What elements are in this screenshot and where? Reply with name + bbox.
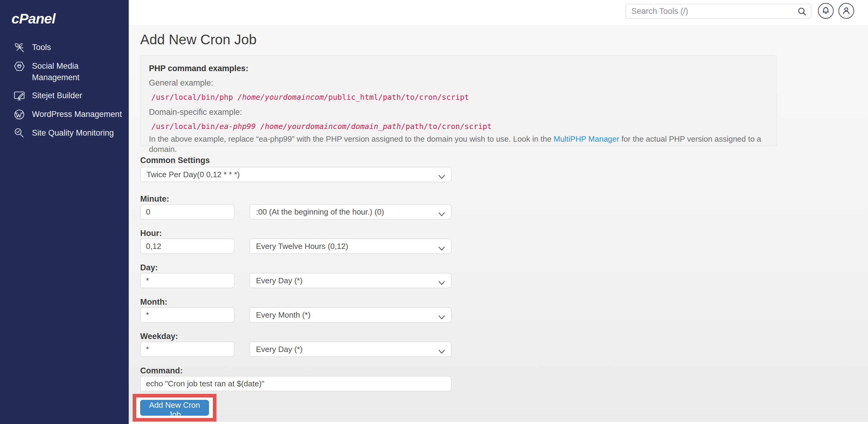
sidebar-item-site-quality-monitoring[interactable]: Site Quality Monitoring: [0, 127, 129, 139]
hour-select[interactable]: Every Twelve Hours (0,12): [250, 239, 451, 254]
day-selected-value: Every Day (*): [256, 276, 303, 285]
wordpress-icon: [13, 108, 25, 121]
sidebar-item-wordpress-management[interactable]: WordPress Management: [0, 108, 129, 121]
weekday-selected-value: Every Day (*): [256, 345, 303, 354]
weekday-select[interactable]: Every Day (*): [250, 342, 451, 357]
sidebar-item-label: Site Quality Monitoring: [32, 127, 114, 139]
examples-heading: PHP command examples:: [149, 63, 768, 73]
multiphp-manager-link[interactable]: MultiPHP Manager: [554, 134, 619, 143]
hour-input[interactable]: [140, 239, 234, 254]
command-input[interactable]: [140, 376, 451, 391]
command-label: Command:: [140, 366, 183, 376]
search-input[interactable]: [626, 4, 811, 19]
top-bar: [129, 0, 868, 26]
weekday-input[interactable]: [140, 342, 234, 357]
day-select[interactable]: Every Day (*): [250, 273, 451, 288]
social-media-icon: [13, 60, 25, 72]
day-input[interactable]: [140, 273, 234, 288]
chevron-down-icon: [438, 278, 445, 283]
general-example-code: /usr/local/bin/php /home/yourdomaincom/p…: [149, 92, 471, 103]
tools-icon: [13, 41, 25, 54]
bell-icon: [822, 6, 830, 16]
minute-input[interactable]: [140, 204, 234, 219]
sidebar-item-social-media-management[interactable]: Social Media Management: [0, 60, 129, 83]
minute-label: Minute:: [140, 194, 169, 204]
php-examples-panel: PHP command examples: General example: /…: [140, 55, 777, 146]
month-selected-value: Every Month (*): [256, 311, 311, 320]
sidebar-item-sitejet-builder[interactable]: Sitejet Builder: [0, 90, 129, 102]
page-title: Add New Cron Job: [140, 31, 256, 47]
sidebar-item-label: WordPress Management: [32, 108, 122, 120]
main-content: Add New Cron Job PHP command examples: G…: [129, 26, 868, 422]
user-account-button[interactable]: [838, 3, 854, 19]
user-icon: [842, 6, 850, 16]
month-label: Month:: [140, 297, 167, 307]
sidebar-item-label: Tools: [32, 41, 51, 53]
sidebar-item-label: Social Media Management: [32, 60, 128, 83]
sidebar-item-label: Sitejet Builder: [32, 90, 82, 101]
site-quality-icon: [13, 127, 25, 139]
sidebar-nav: Tools Social Media Management Sitejet Bu…: [0, 41, 129, 139]
notifications-button[interactable]: [818, 3, 834, 19]
common-settings-label: Common Settings: [140, 156, 210, 165]
add-new-cron-job-button[interactable]: Add New Cron Job: [140, 400, 209, 416]
examples-note: In the above example, replace “ea-php99”…: [149, 134, 768, 154]
annotation-highlight-box: Add New Cron Job: [133, 394, 216, 422]
common-settings-selected-value: Twice Per Day(0 0,12 * * *): [147, 170, 240, 179]
sidebar: cPanel Tools Social Media Management Sit…: [0, 0, 129, 424]
weekday-label: Weekday:: [140, 331, 178, 341]
general-example-label: General example:: [149, 78, 768, 88]
month-input[interactable]: [140, 307, 234, 322]
hour-label: Hour:: [140, 228, 162, 238]
month-select[interactable]: Every Month (*): [250, 307, 451, 322]
chevron-down-icon: [438, 347, 445, 351]
domain-example-code: /usr/local/bin/ea-php99 /home/yourdomain…: [149, 121, 494, 132]
domain-example-label: Domain-specific example:: [149, 107, 768, 117]
chevron-down-icon: [438, 244, 445, 248]
search-wrap: [626, 4, 811, 19]
common-settings-select[interactable]: Twice Per Day(0 0,12 * * *): [140, 167, 451, 182]
sidebar-item-tools[interactable]: Tools: [0, 41, 129, 54]
cpanel-window: cPanel Tools Social Media Management Sit…: [0, 0, 868, 424]
sitejet-builder-icon: [13, 90, 25, 102]
cpanel-logo[interactable]: cPanel: [11, 10, 56, 27]
note-text-before: In the above example, replace “ea-php99”…: [149, 134, 554, 143]
chevron-down-icon: [438, 172, 445, 176]
hour-selected-value: Every Twelve Hours (0,12): [256, 242, 348, 251]
chevron-down-icon: [438, 209, 445, 214]
search-icon[interactable]: [798, 7, 806, 16]
chevron-down-icon: [438, 313, 445, 317]
minute-select[interactable]: :00 (At the beginning of the hour.) (0): [250, 204, 451, 219]
day-label: Day:: [140, 263, 158, 272]
minute-selected-value: :00 (At the beginning of the hour.) (0): [256, 207, 384, 217]
